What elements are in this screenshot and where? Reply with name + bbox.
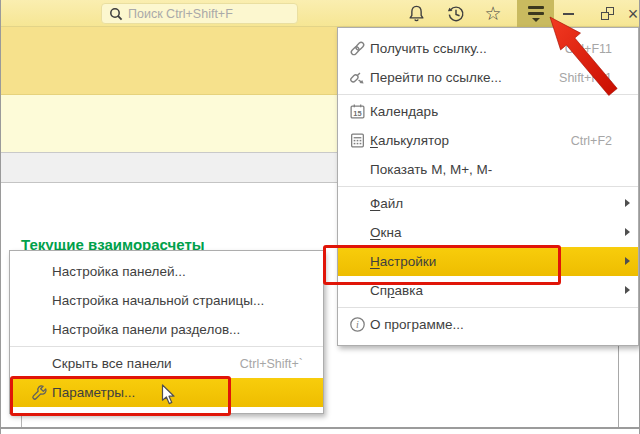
menu-item-label: О программе... [370, 317, 464, 332]
titlebar: Поиск Ctrl+Shift+F ☆ × [1, 0, 640, 27]
menu-item-go-to-link[interactable]: Перейти по ссылке... Shift+F11 [338, 63, 638, 92]
background-grid-line [21, 412, 22, 428]
submenu-arrow-icon [625, 286, 630, 294]
favorites-button[interactable]: ☆ [478, 0, 508, 27]
menu-item-label: Настройка панели разделов... [52, 322, 240, 337]
menu-item-label: Скрыть все панели [52, 356, 172, 371]
search-icon [109, 7, 123, 21]
star-icon: ☆ [484, 4, 501, 23]
menu-item-about[interactable]: i О программе... [338, 310, 638, 339]
minimize-button[interactable] [556, 0, 580, 27]
search-input[interactable]: Поиск Ctrl+Shift+F [101, 3, 298, 24]
menu-separator [338, 94, 638, 95]
menu-item-file[interactable]: Файл [338, 189, 638, 218]
menu-item-parameters[interactable]: Параметры... [10, 378, 323, 407]
history-button[interactable] [441, 0, 471, 27]
menu-item-calendar[interactable]: 15 Календарь [338, 97, 638, 126]
submenu-arrow-icon [625, 199, 630, 207]
menu-shortcut: Shift+F11 [559, 71, 638, 85]
svg-text:15: 15 [353, 109, 361, 118]
menu-separator [338, 307, 638, 308]
search-placeholder: Поиск Ctrl+Shift+F [128, 7, 233, 21]
settings-submenu: Настройка панелей... Настройка начальной… [9, 250, 324, 414]
main-menu-button[interactable] [517, 0, 554, 27]
menu-item-label: Показать М, М+, М- [370, 162, 492, 177]
wrench-icon [28, 378, 50, 407]
menu-shortcut: Ctrl+F2 [571, 134, 638, 148]
hamburger-menu-icon [528, 5, 544, 22]
calculator-icon [346, 126, 368, 155]
go-to-link-icon [346, 63, 368, 92]
restore-icon [601, 7, 614, 20]
menu-item-sections-panel-settings[interactable]: Настройка панели разделов... [10, 315, 323, 344]
close-icon: × [628, 5, 639, 23]
svg-text:i: i [356, 319, 359, 330]
info-icon: i [346, 310, 368, 339]
menu-item-label: Сп [370, 283, 387, 298]
menu-shortcut: Ctrl+F11 [565, 42, 638, 56]
bell-icon [407, 4, 426, 23]
app-window: Текущие взаиморасчеты Поиск Ctrl+Shift+F… [0, 0, 640, 434]
submenu-arrow-icon [625, 257, 630, 265]
background-grid-line [618, 343, 619, 429]
menu-item-label: Перейти по ссылке... [370, 70, 502, 85]
menu-item-settings[interactable]: Настройки [338, 247, 638, 276]
menu-separator [338, 186, 638, 187]
menu-item-panel-settings[interactable]: Настройка панелей... [10, 257, 323, 286]
link-icon [346, 34, 368, 63]
menu-item-start-page-settings[interactable]: Настройка начальной страницы... [10, 286, 323, 315]
menu-item-label: Получить ссылку... [370, 41, 487, 56]
menu-item-label: Параметры... [52, 385, 135, 400]
menu-separator [10, 346, 323, 347]
menu-item-help[interactable]: Справка [338, 276, 638, 305]
menu-item-calculator[interactable]: Калькулятор Ctrl+F2 [338, 126, 638, 155]
main-dropdown-menu: Получить ссылку... Ctrl+F11 Перейти по с… [337, 27, 639, 346]
menu-item-label: Кален [370, 104, 408, 119]
notifications-button[interactable] [401, 0, 431, 27]
minimize-icon [563, 13, 574, 15]
menu-item-label: Настройка начальной страницы... [52, 293, 264, 308]
close-button[interactable]: × [621, 0, 640, 27]
window-bottom-border [1, 427, 640, 429]
menu-item-hide-all-panels[interactable]: Скрыть все панели Ctrl+Shift+` [10, 349, 323, 378]
submenu-arrow-icon [625, 228, 630, 236]
menu-shortcut: Ctrl+Shift+` [240, 357, 323, 371]
menu-item-windows[interactable]: Окна [338, 218, 638, 247]
menu-item-get-link[interactable]: Получить ссылку... Ctrl+F11 [338, 34, 638, 63]
menu-item-label: Настройка панелей... [52, 264, 186, 279]
calendar-icon: 15 [346, 97, 368, 126]
menu-item-show-memory[interactable]: Показать М, М+, М- [338, 155, 638, 184]
restore-button[interactable] [595, 0, 619, 27]
history-icon [446, 4, 466, 24]
